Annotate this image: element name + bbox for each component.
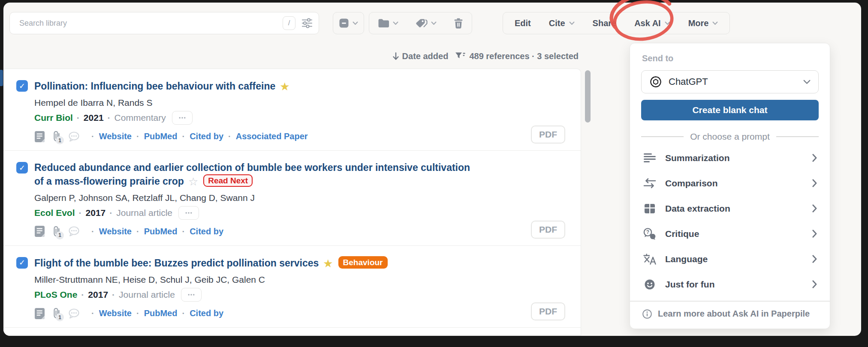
ask-ai-panel: Send to ChatGPT Create blank chat Or cho… [630,43,830,329]
chevron-right-icon [812,154,817,162]
attachments-button[interactable]: 1 [52,225,61,238]
reference-link[interactable]: Website [87,132,132,141]
share-button[interactable]: Share [584,12,626,34]
reference-link[interactable]: Website [87,227,132,236]
row-checkbox[interactable] [16,80,28,92]
publication-type: Journal article [105,208,172,218]
select-all-dropdown[interactable] [339,18,358,28]
send-to-label: Send to [642,54,819,63]
edit-button[interactable]: Edit [506,12,540,34]
critique-icon: ? [643,228,656,240]
chevron-right-icon [812,179,817,187]
smiley-icon [643,279,656,290]
folder-icon [378,18,389,28]
arrow-down-icon [392,52,399,60]
journal-name[interactable]: Curr Biol [34,113,73,123]
reference-link[interactable]: Website [87,308,132,318]
comparison-icon [643,178,656,188]
ask-ai-dropdown[interactable]: Ask AI [625,12,679,34]
provider-select[interactable]: ChatGPT [641,70,819,93]
star-icon[interactable]: ★ [323,257,333,270]
organize-toolbar-group [369,12,472,34]
actions-toolbar-group: Edit Cite Share Ask AI More [503,12,730,34]
reference-row[interactable]: An updated understanding of Texas bumble… [3,328,581,336]
row-checkbox[interactable] [16,162,28,174]
filter-icon[interactable] [455,52,465,60]
summarization-icon [643,153,656,163]
publication-type: Journal article [108,290,175,300]
reference-title[interactable]: Pollination: Influencing bee behaviour w… [34,81,275,92]
ellipsis-icon [179,117,186,119]
comments-icon[interactable] [68,226,80,236]
reference-row[interactable]: Reduced abundance and earlier collection… [3,151,581,246]
publication-year: 2017 [75,208,106,218]
search-shortcut-key: / [283,16,295,30]
prompt-item[interactable]: ? Critique [641,221,819,246]
chevron-down-icon [393,21,398,25]
chevron-right-icon [812,255,817,263]
search-filters-icon[interactable] [301,18,313,28]
attachment-count-badge: 1 [56,313,64,321]
info-icon [642,309,652,319]
chevron-down-icon [431,21,437,25]
notes-icon[interactable] [34,308,45,320]
comments-icon[interactable] [68,308,80,319]
reference-link[interactable]: Cited by [177,227,223,236]
ask-ai-help-link[interactable]: Learn more about Ask AI in Paperpile [641,302,819,329]
trash-icon [454,18,463,29]
list-scrollbar[interactable] [585,70,591,123]
search-bar[interactable]: / [9,12,319,34]
prompt-item[interactable]: Comparison [641,171,819,196]
paperpile-window: / Edit Cite Share Ask [3,3,861,336]
cite-dropdown[interactable]: Cite [540,12,584,34]
reference-link[interactable]: Associated Paper [223,132,308,141]
reference-link[interactable]: Cited by [177,132,223,141]
sort-button[interactable]: Date added [392,51,449,61]
row-checkbox[interactable] [16,257,28,269]
pdf-button[interactable]: PDF [531,126,565,144]
reference-link[interactable]: Cited by [177,308,223,318]
journal-name[interactable]: Ecol Evol [34,208,75,218]
select-checkbox-icon [339,18,349,28]
journal-name[interactable]: PLoS One [34,290,77,300]
prompt-item[interactable]: Summarization [641,145,819,171]
reference-title[interactable]: Flight of the bumble bee: Buzzes predict… [34,257,319,269]
prompt-item[interactable]: Language [641,246,819,272]
attachments-button[interactable]: 1 [52,307,61,320]
row-more-button[interactable] [178,206,199,220]
prompt-item[interactable]: Data extraction [641,196,819,221]
list-header: Date added 489 references · 3 selected [3,47,579,65]
folder-dropdown[interactable] [378,18,398,28]
reference-row[interactable]: Pollination: Influencing bee behaviour w… [3,69,581,151]
trash-button[interactable] [454,18,463,29]
prompt-divider-label: Or choose a prompt [690,132,770,142]
reference-authors: Hempel de Ibarra N, Rands S [34,98,516,108]
prompt-item[interactable]: Just for fun [641,272,819,297]
reference-link[interactable]: PubMed [132,132,177,141]
reference-link[interactable]: PubMed [132,308,177,318]
chevron-down-icon [569,21,575,25]
row-more-button[interactable] [181,288,202,302]
row-more-button[interactable] [172,111,193,125]
comments-icon[interactable] [68,132,80,142]
pdf-button[interactable]: PDF [531,302,565,320]
star-icon[interactable]: ★ [280,80,289,93]
prompt-divider: Or choose a prompt [641,132,819,142]
reference-link[interactable]: PubMed [132,227,177,236]
create-blank-chat-button[interactable]: Create blank chat [641,100,819,120]
reference-authors: Galpern P, Johnson SA, Retzlaff JL, Chan… [34,193,516,203]
ellipsis-icon [188,293,195,296]
more-dropdown[interactable]: More [679,12,727,34]
attachments-button[interactable]: 1 [52,130,61,143]
pdf-button[interactable]: PDF [531,221,565,239]
publication-type: Commentary [104,113,166,123]
chatgpt-logo-icon [649,75,662,88]
label-dropdown[interactable] [416,18,437,28]
publication-year: 2017 [77,290,108,300]
reference-row[interactable]: Flight of the bumble bee: Buzzes predict… [3,246,581,328]
search-input[interactable] [18,18,277,28]
selection-toolbar-group [333,12,364,34]
notes-icon[interactable] [34,225,45,237]
star-icon[interactable]: ☆ [188,175,198,188]
notes-icon[interactable] [34,131,45,143]
